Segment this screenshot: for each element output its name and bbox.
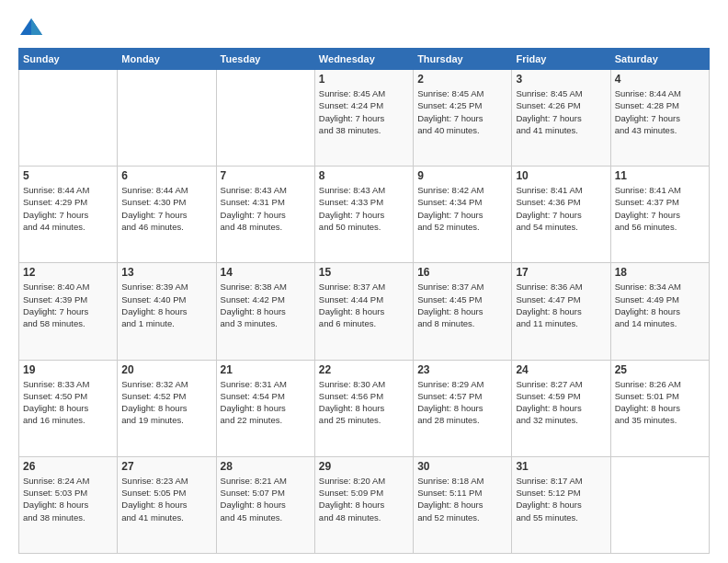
- day-info-line: Daylight: 7 hours: [23, 305, 113, 317]
- day-info-line: Daylight: 8 hours: [417, 402, 507, 414]
- day-number: 31: [516, 460, 606, 473]
- calendar-cell: 12Sunrise: 8:40 AMSunset: 4:39 PMDayligh…: [19, 263, 118, 360]
- day-info-line: Daylight: 8 hours: [121, 402, 211, 414]
- day-info-line: and 28 minutes.: [417, 414, 507, 426]
- calendar-cell: 9Sunrise: 8:42 AMSunset: 4:34 PMDaylight…: [414, 167, 512, 263]
- day-info-line: Sunrise: 8:45 AM: [516, 87, 606, 99]
- calendar-header: SundayMondayTuesdayWednesdayThursdayFrid…: [19, 49, 710, 70]
- day-info-line: Daylight: 8 hours: [319, 305, 409, 317]
- day-info-line: Daylight: 7 hours: [417, 112, 507, 124]
- day-info-line: Sunset: 4:59 PM: [516, 390, 606, 402]
- day-info-line: Daylight: 8 hours: [615, 402, 705, 414]
- week-row-4: 19Sunrise: 8:33 AMSunset: 4:50 PMDayligh…: [19, 360, 710, 456]
- day-number: 16: [417, 266, 507, 279]
- calendar-cell: 28Sunrise: 8:21 AMSunset: 5:07 PMDayligh…: [216, 456, 314, 553]
- day-number: 14: [221, 266, 311, 279]
- day-info-line: Sunset: 4:37 PM: [615, 196, 705, 208]
- calendar-cell: 26Sunrise: 8:24 AMSunset: 5:03 PMDayligh…: [19, 456, 118, 553]
- day-info-line: Sunrise: 8:36 AM: [516, 281, 606, 293]
- day-info-line: and 38 minutes.: [23, 511, 113, 523]
- day-number: 25: [615, 363, 705, 376]
- calendar-cell: 14Sunrise: 8:38 AMSunset: 4:42 PMDayligh…: [216, 263, 314, 360]
- day-info-line: Sunset: 4:49 PM: [615, 293, 705, 305]
- day-info-line: Daylight: 8 hours: [516, 402, 606, 414]
- day-info-line: Sunrise: 8:24 AM: [23, 475, 113, 487]
- day-number: 26: [23, 460, 113, 473]
- calendar-cell: 16Sunrise: 8:37 AMSunset: 4:45 PMDayligh…: [414, 263, 512, 360]
- calendar-table: SundayMondayTuesdayWednesdayThursdayFrid…: [18, 48, 710, 554]
- day-info-line: Sunset: 5:09 PM: [319, 487, 409, 499]
- day-info-line: Sunrise: 8:23 AM: [121, 475, 211, 487]
- day-info-line: Sunrise: 8:45 AM: [319, 87, 409, 99]
- day-info-line: Sunset: 4:26 PM: [516, 99, 606, 111]
- day-info-line: Sunrise: 8:33 AM: [23, 378, 113, 390]
- day-info-line: Daylight: 7 hours: [615, 112, 705, 124]
- day-info-line: Sunset: 4:34 PM: [417, 196, 507, 208]
- day-info-line: Daylight: 7 hours: [516, 209, 606, 221]
- calendar-body: 1Sunrise: 8:45 AMSunset: 4:24 PMDaylight…: [19, 70, 710, 554]
- day-header-wednesday: Wednesday: [314, 49, 413, 70]
- calendar-cell: 8Sunrise: 8:43 AMSunset: 4:33 PMDaylight…: [314, 167, 413, 263]
- header-row: SundayMondayTuesdayWednesdayThursdayFrid…: [19, 49, 710, 70]
- day-info-line: Sunset: 4:42 PM: [221, 293, 311, 305]
- day-info-line: Sunrise: 8:32 AM: [121, 378, 211, 390]
- day-info-line: and 48 minutes.: [319, 511, 409, 523]
- day-info-line: Sunset: 4:56 PM: [319, 390, 409, 402]
- calendar-cell: 4Sunrise: 8:44 AMSunset: 4:28 PMDaylight…: [610, 70, 709, 167]
- calendar-cell: 10Sunrise: 8:41 AMSunset: 4:36 PMDayligh…: [512, 167, 610, 263]
- day-info-line: Daylight: 7 hours: [319, 112, 409, 124]
- day-number: 1: [319, 73, 409, 86]
- day-header-tuesday: Tuesday: [216, 49, 314, 70]
- day-number: 9: [417, 169, 507, 182]
- day-info-line: Daylight: 8 hours: [121, 499, 211, 511]
- day-info-line: Sunrise: 8:42 AM: [417, 184, 507, 196]
- calendar-cell: 27Sunrise: 8:23 AMSunset: 5:05 PMDayligh…: [118, 456, 216, 553]
- day-header-monday: Monday: [118, 49, 216, 70]
- day-info-line: and 11 minutes.: [516, 317, 606, 329]
- day-info-line: Daylight: 8 hours: [319, 499, 409, 511]
- day-info-line: and 8 minutes.: [417, 317, 507, 329]
- day-info-line: Sunset: 5:12 PM: [516, 487, 606, 499]
- day-info-line: and 35 minutes.: [615, 414, 705, 426]
- day-number: 12: [23, 266, 113, 279]
- day-info-line: and 41 minutes.: [121, 511, 211, 523]
- day-info-line: Daylight: 8 hours: [417, 499, 507, 511]
- calendar-cell: 6Sunrise: 8:44 AMSunset: 4:30 PMDaylight…: [118, 167, 216, 263]
- day-info-line: Sunset: 4:25 PM: [417, 99, 507, 111]
- day-info-line: Sunrise: 8:43 AM: [319, 184, 409, 196]
- day-info-line: Daylight: 8 hours: [221, 402, 311, 414]
- calendar-cell: 25Sunrise: 8:26 AMSunset: 5:01 PMDayligh…: [610, 360, 709, 456]
- day-number: 15: [319, 266, 409, 279]
- day-info-line: and 44 minutes.: [23, 221, 113, 233]
- day-info-line: and 3 minutes.: [221, 317, 311, 329]
- day-info-line: and 50 minutes.: [319, 221, 409, 233]
- day-info-line: and 58 minutes.: [23, 317, 113, 329]
- day-info-line: Sunrise: 8:37 AM: [319, 281, 409, 293]
- day-number: 23: [417, 363, 507, 376]
- day-info-line: and 25 minutes.: [319, 414, 409, 426]
- day-info-line: Sunset: 4:44 PM: [319, 293, 409, 305]
- day-info-line: and 52 minutes.: [417, 511, 507, 523]
- day-number: 28: [221, 460, 311, 473]
- day-info-line: Sunset: 4:29 PM: [23, 196, 113, 208]
- day-info-line: Sunrise: 8:41 AM: [615, 184, 705, 196]
- day-info-line: Daylight: 8 hours: [319, 402, 409, 414]
- day-info-line: Sunrise: 8:26 AM: [615, 378, 705, 390]
- day-number: 11: [615, 169, 705, 182]
- calendar-cell: 31Sunrise: 8:17 AMSunset: 5:12 PMDayligh…: [512, 456, 610, 553]
- day-info-line: Sunset: 4:28 PM: [615, 99, 705, 111]
- calendar-cell: [19, 70, 118, 167]
- day-info-line: Sunset: 4:31 PM: [221, 196, 311, 208]
- day-number: 2: [417, 73, 507, 86]
- day-info-line: and 54 minutes.: [516, 221, 606, 233]
- calendar-cell: [216, 70, 314, 167]
- day-info-line: Sunrise: 8:30 AM: [319, 378, 409, 390]
- day-number: 4: [615, 73, 705, 86]
- calendar-cell: 2Sunrise: 8:45 AMSunset: 4:25 PMDaylight…: [414, 70, 512, 167]
- day-info-line: Daylight: 7 hours: [516, 112, 606, 124]
- day-info-line: Sunset: 4:39 PM: [23, 293, 113, 305]
- day-info-line: Sunset: 4:50 PM: [23, 390, 113, 402]
- day-info-line: and 52 minutes.: [417, 221, 507, 233]
- calendar-cell: 29Sunrise: 8:20 AMSunset: 5:09 PMDayligh…: [314, 456, 413, 553]
- day-info-line: and 46 minutes.: [121, 221, 211, 233]
